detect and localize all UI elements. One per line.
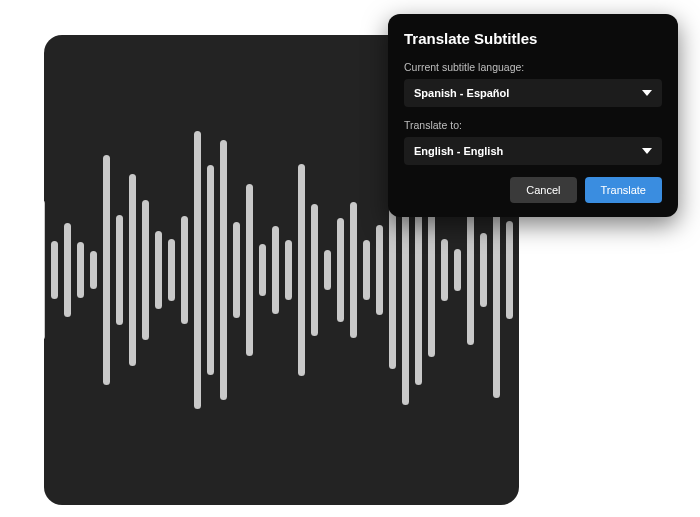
waveform-bar bbox=[155, 231, 162, 309]
current-language-select[interactable]: Spanish - Español bbox=[404, 79, 662, 107]
waveform-bar bbox=[194, 131, 201, 409]
waveform-bar bbox=[246, 184, 253, 356]
waveform-bar bbox=[233, 222, 240, 318]
waveform-bar bbox=[324, 250, 331, 290]
waveform-bar bbox=[103, 155, 110, 385]
waveform-bar bbox=[376, 225, 383, 315]
target-language-select[interactable]: English - English bbox=[404, 137, 662, 165]
waveform-bar bbox=[90, 251, 97, 289]
waveform-bar bbox=[441, 239, 448, 301]
waveform-bar bbox=[285, 240, 292, 300]
waveform-bar bbox=[181, 216, 188, 324]
waveform-bar bbox=[220, 140, 227, 400]
cancel-button[interactable]: Cancel bbox=[510, 177, 576, 203]
waveform-bar bbox=[363, 240, 370, 300]
chevron-down-icon bbox=[642, 146, 652, 156]
waveform-bar bbox=[142, 200, 149, 340]
waveform-bar bbox=[44, 200, 45, 340]
waveform-bar bbox=[129, 174, 136, 366]
waveform-bar bbox=[64, 223, 71, 317]
dialog-button-row: Cancel Translate bbox=[404, 177, 662, 203]
waveform-bar bbox=[467, 195, 474, 345]
waveform-bar bbox=[454, 249, 461, 291]
translate-subtitles-dialog: Translate Subtitles Current subtitle lan… bbox=[388, 14, 678, 217]
waveform-bar bbox=[480, 233, 487, 307]
chevron-down-icon bbox=[642, 88, 652, 98]
waveform-bar bbox=[116, 215, 123, 325]
waveform-bar bbox=[259, 244, 266, 296]
waveform-bar bbox=[272, 226, 279, 314]
waveform-bar bbox=[506, 221, 513, 319]
waveform-bar bbox=[51, 241, 58, 299]
dialog-title: Translate Subtitles bbox=[404, 30, 662, 47]
target-language-label: Translate to: bbox=[404, 119, 662, 131]
waveform-bar bbox=[350, 202, 357, 338]
target-language-value: English - English bbox=[414, 145, 503, 157]
translate-button[interactable]: Translate bbox=[585, 177, 662, 203]
waveform-bar bbox=[168, 239, 175, 301]
waveform-bar bbox=[311, 204, 318, 336]
current-language-label: Current subtitle language: bbox=[404, 61, 662, 73]
waveform-bar bbox=[337, 218, 344, 322]
waveform-bar bbox=[207, 165, 214, 375]
waveform-bar bbox=[77, 242, 84, 298]
current-language-value: Spanish - Español bbox=[414, 87, 509, 99]
waveform-bar bbox=[298, 164, 305, 376]
